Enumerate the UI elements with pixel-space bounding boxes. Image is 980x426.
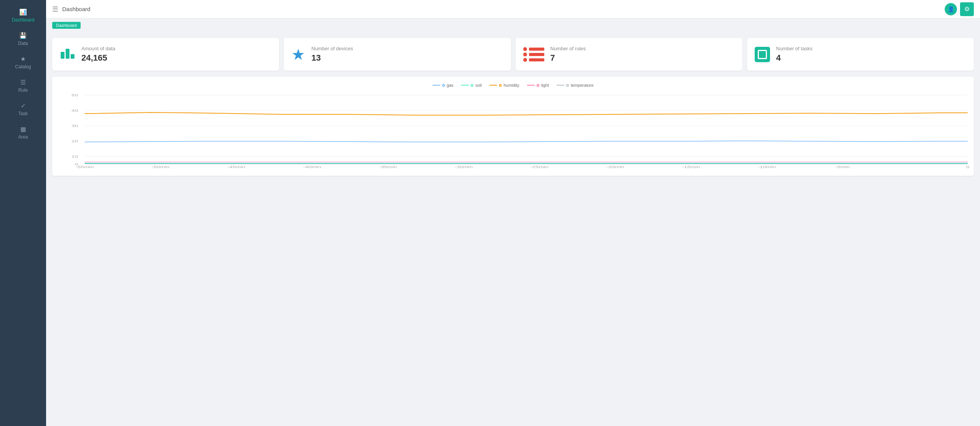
svg-text:-15min: -15min [682, 165, 700, 169]
legend-gas: gas [433, 83, 454, 88]
topbar-right: 👤 ⚙ [945, 2, 974, 16]
svg-text:0: 0 [966, 165, 970, 169]
legend-light: light [527, 83, 549, 88]
rule-icon: ☰ [20, 79, 26, 86]
breadcrumb-bar: Dashboard [46, 18, 980, 32]
sidebar-item-area[interactable]: ▦ Area [0, 121, 46, 144]
breadcrumb-tag: Dashboard [52, 22, 81, 29]
rules-icon [523, 46, 544, 63]
stat-value-tasks: 4 [776, 53, 813, 63]
dashboard-icon: 📊 [19, 8, 27, 16]
svg-text:-45min: -45min [227, 165, 245, 169]
stat-label-rules: Number of rules [550, 46, 586, 51]
svg-text:-5min: -5min [835, 165, 850, 169]
stat-card-devices: ★ Number of devices 13 [284, 38, 511, 71]
stat-value-devices: 13 [311, 53, 353, 63]
topbar: ☰ Dashboard 👤 ⚙ [46, 0, 980, 18]
svg-text:-35min: -35min [379, 165, 397, 169]
stat-label-devices: Number of devices [311, 46, 353, 51]
stat-label-tasks: Number of tasks [776, 46, 813, 51]
sidebar-label-rule: Rule [18, 88, 28, 93]
svg-rect-1 [66, 49, 69, 59]
stat-card-tasks: Number of tasks 4 [747, 38, 974, 71]
svg-text:-50min: -50min [152, 165, 170, 169]
topbar-title: Dashboard [62, 6, 90, 12]
svg-text:30: 30 [71, 124, 78, 128]
svg-text:-25min: -25min [530, 165, 549, 169]
chart-legend: gas soil humidity light [58, 83, 968, 88]
data-icon: 💾 [19, 32, 27, 39]
sidebar-item-data[interactable]: 💾 Data [0, 27, 46, 51]
sidebar-item-task[interactable]: ✓ Task [0, 97, 46, 121]
legend-soil: soil [461, 83, 482, 88]
legend-label-light: light [541, 83, 549, 88]
amount-icon [60, 45, 75, 64]
stat-cards-row: Amount of data 24,165 ★ Number of device… [52, 38, 974, 71]
svg-text:50: 50 [71, 93, 78, 97]
legend-label-temperature: temperature [571, 83, 593, 88]
avatar-icon: 👤 [948, 6, 954, 12]
svg-text:10: 10 [71, 155, 78, 159]
topbar-left: ☰ Dashboard [52, 5, 90, 13]
settings-icon: ⚙ [964, 5, 970, 13]
area-icon: ▦ [20, 125, 26, 133]
stat-info-devices: Number of devices 13 [311, 46, 353, 63]
devices-icon: ★ [291, 46, 305, 63]
svg-text:-55min: -55min [76, 165, 94, 169]
legend-label-soil: soil [475, 83, 482, 88]
sidebar-label-area: Area [18, 134, 28, 140]
stat-info-amount: Amount of data 24,165 [81, 46, 115, 63]
stat-card-amount: Amount of data 24,165 [52, 38, 279, 71]
sidebar: 📊 Dashboard 💾 Data ★ Catalog ☰ Rule ✓ Ta… [0, 0, 46, 426]
stat-value-rules: 7 [550, 53, 586, 63]
legend-humidity: humidity [489, 83, 519, 88]
stat-info-tasks: Number of tasks 4 [776, 46, 813, 63]
svg-rect-0 [61, 52, 64, 59]
tasks-icon [755, 47, 770, 62]
svg-text:20: 20 [71, 139, 78, 143]
content-area: Amount of data 24,165 ★ Number of device… [46, 32, 980, 426]
svg-text:-20min: -20min [606, 165, 624, 169]
sidebar-label-catalog: Catalog [15, 64, 31, 69]
legend-label-gas: gas [447, 83, 454, 88]
sidebar-item-catalog[interactable]: ★ Catalog [0, 51, 46, 74]
sidebar-label-task: Task [18, 111, 28, 116]
legend-label-humidity: humidity [504, 83, 519, 88]
svg-rect-2 [71, 54, 74, 59]
svg-text:-40min: -40min [303, 165, 321, 169]
sidebar-item-dashboard[interactable]: 📊 Dashboard [0, 4, 46, 27]
svg-text:40: 40 [71, 109, 78, 112]
svg-text:-30min: -30min [454, 165, 473, 169]
stat-label-amount: Amount of data [81, 46, 115, 51]
task-icon: ✓ [21, 102, 26, 109]
stat-card-rules: Number of rules 7 [516, 38, 742, 71]
main-content: ☰ Dashboard 👤 ⚙ Dashboard [46, 0, 980, 426]
sidebar-item-rule[interactable]: ☰ Rule [0, 74, 46, 97]
stat-info-rules: Number of rules 7 [550, 46, 586, 63]
svg-text:-10min: -10min [758, 165, 776, 169]
line-chart: 50 40 30 20 10 0 -55min [58, 91, 968, 168]
hamburger-icon[interactable]: ☰ [52, 5, 58, 13]
sidebar-label-data: Data [18, 41, 28, 46]
avatar-button[interactable]: 👤 [945, 3, 957, 15]
legend-temperature: temperature [557, 83, 593, 88]
catalog-icon: ★ [20, 55, 26, 63]
sidebar-label-dashboard: Dashboard [12, 17, 35, 23]
settings-button[interactable]: ⚙ [960, 2, 974, 16]
stat-value-amount: 24,165 [81, 53, 115, 63]
chart-container: gas soil humidity light [52, 77, 974, 176]
